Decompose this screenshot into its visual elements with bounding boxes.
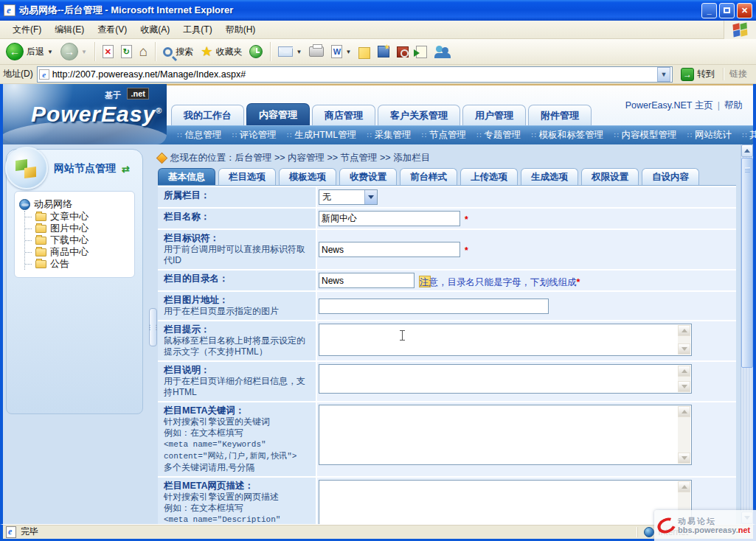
tree-item-download[interactable]: 下载中心 <box>25 234 130 246</box>
subnav-template[interactable]: 模板和标签管理 <box>527 129 608 142</box>
tab-crm[interactable]: 客户关系管理 <box>378 105 460 125</box>
edit-button[interactable]: W▼ <box>328 43 354 60</box>
tab-generate-options[interactable]: 生成选项 <box>521 168 578 185</box>
close-button[interactable]: ✕ <box>737 3 752 18</box>
column-name-input[interactable] <box>319 211 460 226</box>
tab-permission-settings[interactable]: 权限设置 <box>581 168 639 185</box>
back-dropdown-icon[interactable]: ▼ <box>47 49 53 55</box>
column-description-textarea[interactable] <box>319 364 692 394</box>
scroll-up-icon[interactable] <box>678 325 690 336</box>
favorites-button[interactable]: ★ 收藏夹 <box>198 42 245 61</box>
go-button[interactable]: → 转到 <box>676 66 719 83</box>
subnav-html[interactable]: 生成HTML管理 <box>282 129 361 142</box>
tab-custom-content[interactable]: 自设内容 <box>642 168 699 185</box>
tab-template-options[interactable]: 模板选项 <box>279 168 336 185</box>
logo-basedon-label: 基于 <box>105 90 121 101</box>
tab-my-workbench[interactable]: 我的工作台 <box>171 105 244 125</box>
meta-description-textarea[interactable] <box>319 480 692 524</box>
subnav-model[interactable]: 内容模型管理 <box>609 129 681 142</box>
app-body: 网站节点管理 ⇄ 动易网络 文章中心 图片中心 下载中心 商品中心 <box>3 144 753 524</box>
scrollbar-thumb[interactable] <box>741 158 753 368</box>
tab-charge-settings[interactable]: 收费设置 <box>339 168 397 185</box>
tab-attachment-management[interactable]: 附件管理 <box>528 105 592 125</box>
research-button[interactable] <box>394 45 412 59</box>
column-tip-textarea[interactable] <box>319 324 692 356</box>
publish-button[interactable] <box>413 44 430 60</box>
subnav-stats[interactable]: 网站统计 <box>683 129 736 142</box>
address-input[interactable] <box>52 69 654 80</box>
search-button[interactable]: 搜索 <box>160 44 196 60</box>
directory-name-input[interactable] <box>319 273 415 288</box>
image-url-input[interactable] <box>319 299 549 314</box>
subnav-comment[interactable]: 评论管理 <box>227 129 280 142</box>
status-bar: 完毕 Internet <box>0 524 756 541</box>
print-button[interactable] <box>306 45 327 58</box>
tab-front-style[interactable]: 前台样式 <box>400 168 457 185</box>
edit-dropdown-icon[interactable]: ▼ <box>345 49 351 55</box>
required-mark: * <box>465 214 468 225</box>
tree-root[interactable]: 动易网络 <box>19 198 130 211</box>
back-button[interactable]: ← 后退 ▼ <box>3 41 56 62</box>
tab-column-options[interactable]: 栏目选项 <box>218 168 276 185</box>
scroll-down-icon[interactable] <box>678 343 690 355</box>
discuss-button[interactable] <box>356 43 373 60</box>
vertical-scrollbar[interactable] <box>741 144 753 524</box>
stop-icon: ✕ <box>103 45 114 58</box>
node-manager-icon <box>5 147 48 189</box>
history-button[interactable] <box>246 43 266 60</box>
menu-tools[interactable]: 工具(T) <box>176 21 218 38</box>
forward-button[interactable]: → ▼ <box>58 41 90 62</box>
tab-user-management[interactable]: 用户管理 <box>462 105 526 125</box>
messenger-button[interactable] <box>431 44 454 60</box>
scrollbar-up-icon[interactable] <box>741 144 753 157</box>
menu-edit[interactable]: 编辑(E) <box>48 21 91 38</box>
menu-favorites[interactable]: 收藏(A) <box>133 21 176 38</box>
tree-item-article[interactable]: 文章中心 <box>25 211 130 223</box>
sidebar-splitter-handle[interactable]: ⋮⋮ <box>149 308 157 346</box>
subnav-node[interactable]: 节点管理 <box>417 129 471 142</box>
maximize-button[interactable] <box>719 3 735 18</box>
portal-link[interactable]: PowerEasy.NET 主页 <box>625 100 713 111</box>
subnav-info[interactable]: 信息管理 <box>173 129 226 142</box>
tab-upload-options[interactable]: 上传选项 <box>460 168 518 185</box>
subnav-special[interactable]: 专题管理 <box>472 129 525 142</box>
subnav-other[interactable]: 其他管理 <box>738 129 756 142</box>
help-link[interactable]: 帮助 <box>724 100 743 111</box>
powereasy-logo: 基于 .net PowerEasy® <box>3 84 167 144</box>
standard-toolbar: ← 后退 ▼ → ▼ ✕ ↻ ⌂ 搜索 ★ 收藏夹 ▼ W▼ <box>0 39 756 65</box>
menu-file[interactable]: 文件(F) <box>6 21 48 38</box>
scroll-down-icon[interactable] <box>678 453 690 464</box>
subnav-collect[interactable]: 采集管理 <box>362 129 415 142</box>
tab-shop-management[interactable]: 商店管理 <box>312 105 375 125</box>
textarea-scrollbar <box>678 325 690 355</box>
menu-view[interactable]: 查看(V) <box>91 21 133 38</box>
address-dropdown-icon[interactable]: ▼ <box>657 67 670 82</box>
identifier-input[interactable] <box>319 242 460 257</box>
scroll-up-icon[interactable] <box>678 406 690 417</box>
internet-zone-icon <box>644 527 654 537</box>
tree-item-notice[interactable]: 公告 <box>25 258 130 270</box>
links-button[interactable]: 链接 <box>723 68 753 80</box>
tree-item-product[interactable]: 商品中心 <box>25 246 130 258</box>
scroll-up-icon[interactable] <box>678 481 690 492</box>
scroll-up-icon[interactable] <box>678 366 690 377</box>
tree-item-picture[interactable]: 图片中心 <box>25 223 130 234</box>
tab-content-management[interactable]: 内容管理 <box>246 103 310 125</box>
mail-dropdown-icon[interactable]: ▼ <box>296 49 302 55</box>
main-content: 您现在的位置：后台管理 >> 内容管理 >> 节点管理 >> 添加栏目 基本信息… <box>148 144 741 524</box>
scrollbar-track[interactable] <box>741 369 753 512</box>
select-dropdown-icon[interactable] <box>364 190 377 204</box>
tab-basic-info[interactable]: 基本信息 <box>158 168 215 185</box>
stop-button[interactable]: ✕ <box>100 43 117 60</box>
meta-keywords-textarea[interactable] <box>319 405 692 465</box>
home-button[interactable]: ⌂ <box>136 42 150 61</box>
menu-help[interactable]: 帮助(H) <box>219 21 263 38</box>
refresh-button[interactable]: ↻ <box>118 43 135 60</box>
field-label: 栏目META网页描述： <box>164 481 254 491</box>
scroll-down-icon[interactable] <box>678 381 690 392</box>
parent-column-select[interactable]: 无 <box>319 189 378 205</box>
refresh-tree-icon[interactable]: ⇄ <box>122 164 130 175</box>
minimize-button[interactable]: _ <box>701 3 717 18</box>
media-button[interactable] <box>375 44 392 59</box>
mail-button[interactable]: ▼ <box>275 45 305 58</box>
